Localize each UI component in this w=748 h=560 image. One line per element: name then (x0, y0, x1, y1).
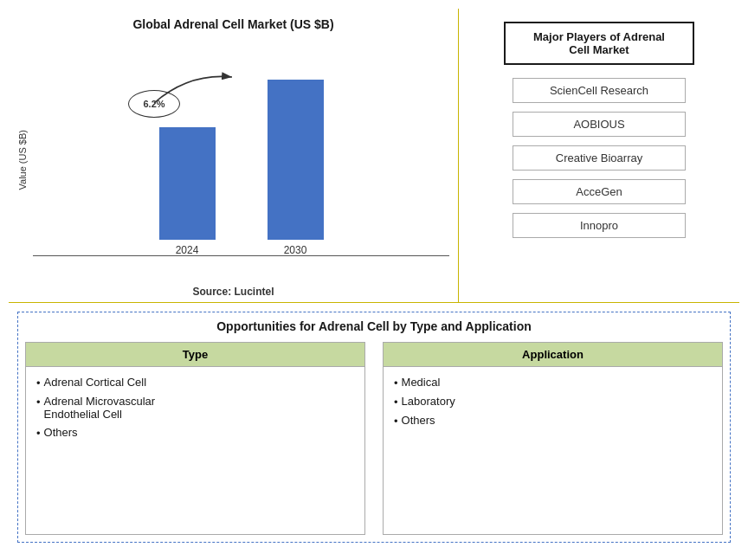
app-item-3: • Others (394, 414, 712, 428)
application-column: Application • Medical • Laboratory • Oth (383, 342, 723, 535)
source-text: Source: Lucintel (192, 286, 274, 298)
chart-plot: 6.2% (33, 38, 449, 282)
type-content: • Adrenal Cortical Cell • Adrenal Microv… (26, 367, 364, 534)
bullet-icon: • (394, 396, 398, 409)
cagr-ellipse: 6.2% (128, 90, 180, 118)
application-header: Application (384, 343, 722, 367)
app-item-1: • Medical (394, 376, 712, 389)
players-area: Major Players of Adrenal Cell Market Sci… (459, 9, 739, 302)
bullet-icon: • (36, 396, 41, 409)
type-header: Type (26, 343, 364, 367)
bullet-icon: • (394, 415, 398, 428)
app-item-2: • Laboratory (394, 395, 712, 409)
player-item-4: AcceGen (513, 179, 686, 204)
chart-title: Global Adrenal Cell Market (US $B) (132, 17, 333, 31)
type-item-3: • Others (36, 426, 354, 440)
main-container: Global Adrenal Cell Market (US $B) Value… (0, 0, 748, 560)
player-item-5: Innopro (513, 213, 686, 238)
x-axis-line (33, 255, 449, 256)
bar-label-2030: 2030 (284, 244, 307, 256)
chart-area: Global Adrenal Cell Market (US $B) Value… (9, 9, 459, 302)
bar-2030 (268, 80, 324, 240)
bar-2024 (159, 127, 216, 240)
bullet-icon: • (36, 427, 41, 440)
type-item-2: • Adrenal MicrovascularEndothelial Cell (36, 395, 354, 421)
application-content: • Medical • Laboratory • Others (384, 367, 722, 534)
type-column: Type • Adrenal Cortical Cell • Adrenal M… (25, 342, 365, 535)
bar-group-2030: 2030 (268, 80, 324, 256)
top-section: Global Adrenal Cell Market (US $B) Value… (9, 9, 739, 303)
player-item-2: AOBIOUS (513, 112, 686, 137)
opportunities-title: Opportunities for Adrenal Cell by Type a… (25, 319, 723, 333)
type-item-1: • Adrenal Cortical Cell (36, 376, 354, 389)
players-title: Major Players of Adrenal Cell Market (504, 22, 694, 65)
bottom-section: Opportunities for Adrenal Cell by Type a… (9, 303, 739, 551)
bar-group-2024: 2024 (159, 127, 216, 256)
opportunities-box: Opportunities for Adrenal Cell by Type a… (17, 312, 731, 543)
bullet-icon: • (394, 377, 398, 389)
bars-container: 2024 2030 (33, 38, 449, 282)
chart-inner: Value (US $B) 6.2% (17, 38, 449, 282)
player-item-1: ScienCell Research (513, 78, 686, 103)
bullet-icon: • (36, 377, 41, 389)
y-axis-label: Value (US $B) (17, 130, 28, 190)
player-item-3: Creative Bioarray (513, 145, 686, 171)
opp-columns: Type • Adrenal Cortical Cell • Adrenal M… (25, 342, 723, 535)
bar-label-2024: 2024 (176, 244, 199, 256)
